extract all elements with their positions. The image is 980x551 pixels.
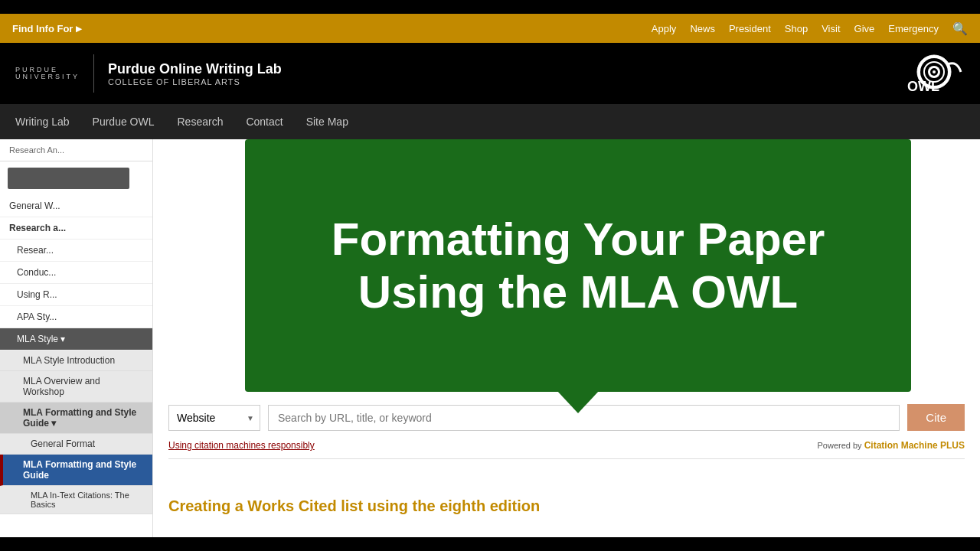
sidebar-item-resear[interactable]: Resear... [0,240,152,262]
search-icon[interactable]: 🔍 [952,21,968,36]
top-black-bar [0,0,980,14]
top-navigation: Find Info For ▶ Apply News President Sho… [0,14,980,43]
sidebar-item-general-writing[interactable]: General W... [0,195,152,217]
shop-link[interactable]: Shop [785,23,808,34]
main-navigation: Writing Lab Purdue OWL Research Contact … [0,104,980,139]
sidebar-mla-dropdown: MLA Style Introduction MLA Overview and … [0,350,152,514]
cite-button[interactable]: Cite [907,404,965,431]
emergency-link[interactable]: Emergency [888,23,939,34]
owl-subtitle: COLLEGE OF LIBERAL ARTS [108,77,282,86]
overlay-title: Formatting Your Paper Using the MLA OWL [301,197,856,334]
owl-title: Purdue Online Writing Lab [108,61,282,77]
top-nav-links: Apply News President Shop Visit Give Eme… [652,21,968,36]
breadcrumb: Research An... [0,139,152,161]
header-divider [93,54,94,93]
nav-site-map[interactable]: Site Map [306,116,348,128]
sidebar-item-using-r[interactable]: Using R... [0,284,152,306]
content-divider [168,458,965,459]
green-overlay-popup: Formatting Your Paper Using the MLA OWL [245,139,911,392]
cite-type-selector[interactable]: Website Book Journal [168,405,260,431]
nav-contact[interactable]: Contact [246,116,283,128]
svg-text:OWL: OWL [907,79,939,94]
nav-purdue-owl[interactable]: Purdue OWL [93,116,155,128]
svg-point-5 [933,70,936,73]
nav-research[interactable]: Research [178,116,224,128]
sidebar-item-research[interactable]: Research a... [0,217,152,240]
citation-service: Citation Machine PLUS [864,440,965,451]
sidebar: Research An... General W... Research a..… [0,139,153,537]
content-area: Research An... General W... Research a..… [0,139,980,537]
sidebar-general-format[interactable]: General Format [0,434,152,455]
sidebar-search-box[interactable] [8,168,129,189]
find-info-arrow: ▶ [76,24,82,33]
cite-type-select[interactable]: Website Book Journal [168,405,260,431]
purdue-logo: PURDUE UNIVERSITY [15,67,80,80]
find-info-section[interactable]: Find Info For ▶ [12,23,82,34]
nav-writing-lab[interactable]: Writing Lab [15,116,70,128]
sidebar-mla-formatting-dropdown[interactable]: MLA Formatting and Style Guide ▾ [0,403,152,434]
news-link[interactable]: News [690,23,715,34]
owl-branding: Purdue Online Writing Lab COLLEGE OF LIB… [108,61,282,86]
president-link[interactable]: President [729,23,771,34]
sidebar-item-apa[interactable]: APA Sty... [0,306,152,328]
site-header: PURDUE UNIVERSITY Purdue Online Writing … [0,43,980,104]
sidebar-item-mla-style[interactable]: MLA Style ▾ [0,328,152,350]
sidebar-mla-intext[interactable]: MLA In-Text Citations: The Basics [0,486,152,514]
bottom-black-bar [0,537,980,551]
citation-footer: Using citation machines responsibly Powe… [168,440,965,451]
branding: PURDUE UNIVERSITY Purdue Online Writing … [15,54,282,93]
owl-logo: OWL [903,49,965,98]
apply-link[interactable]: Apply [652,23,677,34]
find-info-label: Find Info For [12,23,73,34]
visit-link[interactable]: Visit [822,23,840,34]
sidebar-mla-overview[interactable]: MLA Overview and Workshop [0,371,152,403]
sidebar-mla-formatting-guide-active[interactable]: MLA Formatting and Style Guide [0,455,152,486]
powered-by: Powered by Citation Machine PLUS [818,440,965,451]
give-link[interactable]: Give [854,23,875,34]
main-content: Formatting Your Paper Using the MLA OWL … [153,139,980,537]
works-cited-heading: Creating a Works Cited list using the ei… [168,497,965,515]
university-subtext: UNIVERSITY [15,73,80,80]
sidebar-mla-intro[interactable]: MLA Style Introduction [0,350,152,371]
sidebar-item-conduc[interactable]: Conduc... [0,262,152,284]
citation-note[interactable]: Using citation machines responsibly [168,440,315,451]
